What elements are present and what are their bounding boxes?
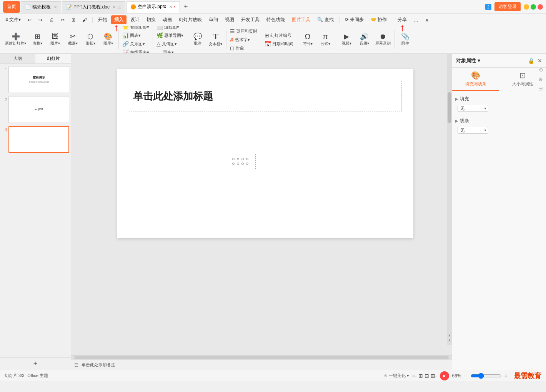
slide-title-placeholder[interactable]: 单击此处添加标题 (129, 81, 402, 111)
menu-animation[interactable]: 动画 (160, 15, 175, 24)
handle-bl[interactable] (237, 163, 239, 165)
toolbar-relation[interactable]: 🔗 关系图▾ (121, 40, 151, 48)
play-slideshow-button[interactable]: ▶ (440, 371, 449, 380)
menu-design[interactable]: 设计 (127, 15, 143, 24)
menu-format-painter[interactable]: 🖌 (79, 16, 90, 24)
tab-home[interactable]: 首页 (3, 1, 20, 13)
menu-sync[interactable]: ⟳ 未同步 (342, 15, 367, 24)
toolbar-image[interactable]: 🖼 图片▾ (47, 32, 63, 47)
toolbar-video[interactable]: ▶ 视频▾ (338, 32, 355, 47)
toolbar-geometry[interactable]: △ 几何图▾ (155, 40, 185, 48)
tab-pptx-close[interactable]: ✕ (169, 5, 172, 9)
stroke-section-header[interactable]: ▶ 线条 (455, 116, 543, 126)
toolbar-attach[interactable]: 📎 附件 (397, 32, 414, 47)
toolbar-textbox[interactable]: T 文本框▾ (207, 31, 224, 48)
tab-doc-close[interactable]: ✕ (113, 5, 116, 9)
canvas-scroll[interactable]: 单击此处添加标题 (71, 54, 452, 355)
menu-copy[interactable]: ⊞ (68, 16, 78, 24)
zoom-in-icon[interactable]: + (504, 373, 508, 379)
menu-redo[interactable]: ↪ (35, 16, 45, 24)
handle-ml[interactable] (246, 158, 248, 160)
menu-more[interactable]: … (411, 16, 421, 24)
menu-transition[interactable]: 切换 (143, 15, 159, 24)
sqbtn-paste[interactable]: ⊟ (537, 85, 544, 92)
menu-start[interactable]: 开始 (95, 15, 110, 24)
toolbar-object[interactable]: ◻ 对象 (228, 44, 259, 52)
scroll-down-btn[interactable]: ▼ (447, 334, 452, 337)
view-grid-icon[interactable]: ⊟ (424, 373, 429, 379)
beautify-button[interactable]: ⊙ 一键美化 ▾ (384, 373, 409, 379)
maximize-button[interactable] (531, 4, 536, 10)
h-scrollbar[interactable] (74, 356, 449, 359)
zoom-slider[interactable] (471, 373, 501, 379)
slide-thumb-1[interactable]: 1 空白演示 单击此处添加副标题 (2, 66, 69, 93)
tab-template-close[interactable]: ✕ (54, 5, 57, 9)
handle-tr[interactable] (241, 158, 244, 160)
close-button[interactable] (538, 4, 543, 10)
panel-tab-fill-stroke[interactable]: 🎨 填充与线条 (452, 68, 499, 91)
slide-object[interactable] (225, 154, 256, 169)
slide-canvas[interactable]: 单击此处添加标题 (117, 69, 413, 238)
add-tab-button[interactable]: + (181, 3, 191, 11)
menu-collapse[interactable]: ∧ (422, 16, 432, 24)
menu-view[interactable]: 视图 (222, 15, 237, 24)
sqbtn-copy[interactable]: ⊕ (537, 75, 544, 83)
toolbar-clipart[interactable]: 🎨 图库▾ (100, 32, 117, 47)
menu-print[interactable]: 🖨 (46, 16, 57, 24)
handle-mr[interactable] (232, 163, 235, 165)
toolbar-art-text[interactable]: A 艺术字▾ (228, 36, 259, 43)
slide-preview-2[interactable]: ≥≈华33 (8, 96, 69, 123)
v-scrollbar[interactable]: ▼ ● (447, 54, 452, 345)
note-area[interactable]: 单击此处添加备注 (82, 360, 115, 370)
panel-close-icon[interactable]: ✕ (538, 58, 542, 64)
v-scrollbar-thumb[interactable] (448, 92, 451, 123)
handle-tc[interactable] (237, 158, 239, 160)
toolbar-table[interactable]: ⊞ 表格▾ (29, 32, 46, 47)
slide-preview-1[interactable]: 空白演示 单击此处添加副标题 (8, 66, 69, 93)
toolbar-symbol[interactable]: Ω 符号▾ (299, 32, 316, 48)
tab-template[interactable]: 📄 稿壳模板 ✕ (21, 1, 61, 13)
toolbar-shape[interactable]: ⬡ 形状▾ (82, 32, 99, 47)
toolbar-audio[interactable]: 🔊 音频▾ (356, 32, 373, 47)
slides-tab-slides[interactable]: 幻灯片 (35, 54, 71, 63)
toolbar-new-slide[interactable]: ➕ 新建幻灯片▾ (3, 32, 28, 47)
view-normal-icon[interactable]: ⊞ (418, 373, 423, 379)
slides-tab-outline[interactable]: 大纲 (0, 54, 35, 63)
toolbar-flowchart[interactable]: ⬜ 流程图▾ (155, 26, 185, 31)
fill-section-header[interactable]: ▶ 填充 (455, 94, 543, 104)
toolbar-screenshot[interactable]: ✂ 截屏▾ (64, 32, 81, 47)
toolbar-header-footer[interactable]: ☰ 页眉和页脚 (228, 27, 259, 35)
view-outline-icon[interactable]: ≡· (412, 373, 417, 379)
toolbar-comment[interactable]: 💬 批注 (189, 32, 206, 47)
slide-preview-3[interactable] (8, 126, 69, 153)
fill-select[interactable]: 无 纯色填充 渐变填充 (458, 105, 488, 112)
handle-bc[interactable] (241, 163, 244, 165)
stroke-select[interactable]: 无 实线 虚线 (458, 127, 488, 134)
toolbar-datetime[interactable]: 📅 日期和时间 (263, 40, 295, 48)
slide-thumb-2[interactable]: 2 ≥≈华33 (2, 96, 69, 123)
menu-insert[interactable]: 插入 (111, 15, 127, 24)
tab-pptx[interactable]: 🟠 空白演示.pptx ✕ ● (126, 1, 180, 13)
view-presenter-icon[interactable]: ⊞· (431, 373, 437, 379)
menu-special[interactable]: 特色功能 (263, 15, 288, 24)
tab-doc[interactable]: 📝 PPT入门教程.doc ✕ ⬜ (62, 1, 125, 13)
toolbar-smartshape[interactable]: ⭐ 智能图形▾ (121, 26, 151, 31)
login-button[interactable]: 访客登录 (494, 2, 521, 11)
menu-review[interactable]: 审阅 (206, 15, 221, 24)
slide-thumb-3[interactable]: 3 (2, 126, 69, 153)
menu-file[interactable]: ≡ 文件▾ (2, 15, 24, 24)
zoom-out-icon[interactable]: − (464, 373, 468, 379)
toolbar-more[interactable]: … 更多▾ (155, 48, 185, 54)
minimize-button[interactable] (524, 4, 529, 10)
menu-dev[interactable]: 开发工具 (238, 15, 263, 24)
panel-lock-icon[interactable]: 🔒 (528, 58, 534, 64)
toolbar-chart[interactable]: 📊 图表▾ (121, 32, 151, 39)
menu-share[interactable]: ↑ 分享 (391, 15, 410, 24)
menu-undo[interactable]: ↩ (25, 16, 35, 24)
menu-slideshow[interactable]: 幻灯片放映 (176, 15, 205, 24)
toolbar-onlinechart[interactable]: 📈 在线图表▾ (121, 48, 151, 54)
add-slide-button[interactable]: + (0, 357, 71, 370)
menu-cut[interactable]: ✂ (58, 16, 68, 24)
menu-collab[interactable]: 🤝 协作 (368, 15, 390, 24)
sqbtn-up[interactable]: ⟲ (537, 66, 544, 74)
